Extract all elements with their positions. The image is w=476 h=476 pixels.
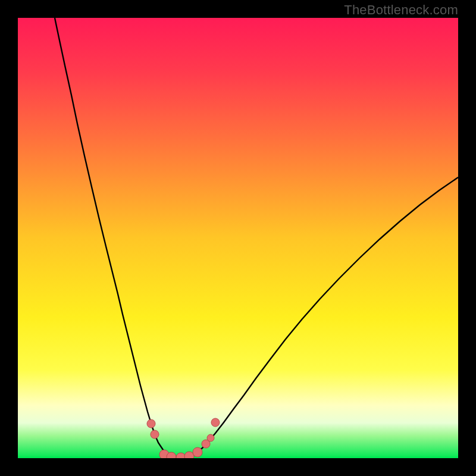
scatter-dot <box>211 418 220 427</box>
scatter-dot <box>151 430 159 439</box>
chart-frame: TheBottleneck.com <box>0 0 476 476</box>
gradient-background <box>18 18 458 458</box>
plot-svg <box>18 18 458 458</box>
scatter-dot <box>147 419 155 428</box>
scatter-dot <box>207 434 214 441</box>
watermark-text: TheBottleneck.com <box>344 2 458 18</box>
plot-area <box>18 18 458 458</box>
scatter-dot <box>193 447 202 457</box>
